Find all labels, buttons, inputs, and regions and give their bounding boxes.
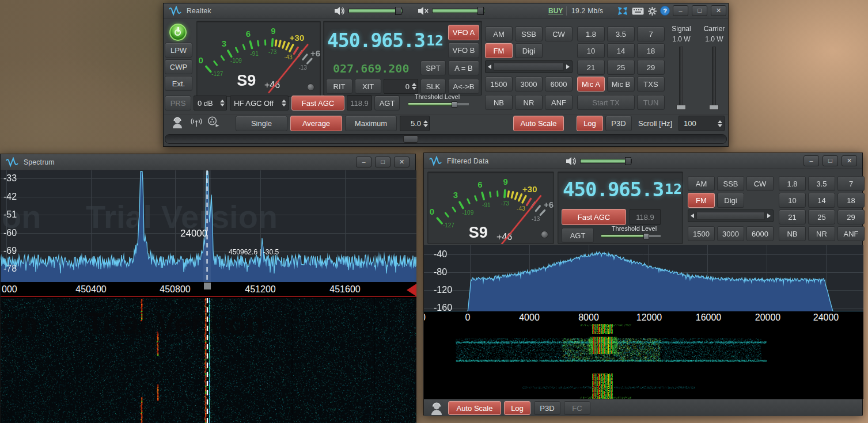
scroll-left-icon[interactable] bbox=[691, 214, 694, 218]
filter-scrollbar[interactable] bbox=[485, 60, 573, 73]
bw-6000-button[interactable]: 6000 bbox=[545, 77, 573, 92]
nb-button[interactable]: NB bbox=[779, 226, 806, 241]
averaging-spinner[interactable] bbox=[423, 120, 428, 127]
band-18-button[interactable]: 18 bbox=[637, 43, 665, 58]
signal-slider-handle[interactable] bbox=[676, 105, 686, 110]
bw-1500-button[interactable]: 1500 bbox=[688, 226, 715, 241]
band-25-button[interactable]: 25 bbox=[808, 209, 835, 224]
band-10-button[interactable]: 10 bbox=[779, 193, 806, 208]
display-average-button[interactable]: Average bbox=[290, 116, 342, 131]
headset-user-icon[interactable] bbox=[429, 402, 444, 415]
band-18-button[interactable]: 18 bbox=[837, 193, 865, 208]
main-titlebar[interactable]: Realtek BUY 19.2 Mb/s ? – □ ✕ bbox=[164, 3, 728, 18]
close-button[interactable]: ✕ bbox=[842, 155, 857, 166]
bw-1500-button[interactable]: 1500 bbox=[485, 77, 513, 92]
rit-button[interactable]: RIT bbox=[326, 79, 352, 94]
broadcast-antenna-icon[interactable] bbox=[190, 117, 203, 127]
s-meter-knob[interactable] bbox=[307, 83, 314, 91]
band-25-button[interactable]: 25 bbox=[607, 60, 635, 75]
p3d-button[interactable]: P3D bbox=[534, 401, 560, 415]
bw-3000-button[interactable]: 3000 bbox=[515, 77, 543, 92]
scroll-right-icon[interactable] bbox=[767, 214, 771, 218]
scroll-hz-spinner[interactable] bbox=[718, 120, 722, 127]
vfo-a-button[interactable]: VFO A bbox=[448, 25, 479, 40]
prs-button[interactable]: PRS bbox=[165, 96, 191, 110]
auto-scale-button[interactable]: Auto Scale bbox=[448, 401, 501, 415]
mute-volume-slider-handle[interactable] bbox=[477, 7, 484, 15]
carrier-slider-handle[interactable] bbox=[709, 105, 719, 110]
nb-button[interactable]: NB bbox=[485, 95, 513, 110]
band-3-5-button[interactable]: 3.5 bbox=[808, 176, 835, 191]
cwp-button[interactable]: CWP bbox=[165, 59, 192, 74]
main-frequency-display[interactable]: 450.965.3 bbox=[327, 29, 425, 52]
band-1-8-button[interactable]: 1.8 bbox=[779, 176, 806, 191]
averaging-field[interactable]: 5.0 bbox=[400, 116, 430, 131]
threshold-slider[interactable] bbox=[601, 233, 662, 239]
filter-scrollbar-handle[interactable] bbox=[696, 212, 765, 220]
buy-link[interactable]: BUY bbox=[548, 7, 563, 15]
anf-button[interactable]: ANF bbox=[545, 95, 573, 110]
maximize-button[interactable]: □ bbox=[822, 155, 838, 166]
band-7-button[interactable]: 7 bbox=[637, 26, 665, 41]
signal-slider[interactable] bbox=[679, 47, 683, 107]
display-maximum-button[interactable]: Maximum bbox=[345, 116, 397, 131]
filtered-frequency-display[interactable]: 450.965.3 bbox=[563, 178, 664, 201]
filter-scrollbar[interactable] bbox=[688, 209, 774, 222]
lpw-button[interactable]: LPW bbox=[165, 43, 192, 58]
nr-button[interactable]: NR bbox=[808, 226, 835, 241]
volume-slider-handle[interactable] bbox=[395, 7, 401, 15]
mic-a-button[interactable]: Mic A bbox=[577, 77, 605, 92]
speaker-icon[interactable] bbox=[334, 6, 346, 16]
mute-volume-slider[interactable] bbox=[432, 9, 485, 13]
recorder-reel-icon[interactable] bbox=[207, 116, 219, 127]
volume-slider-handle[interactable] bbox=[625, 157, 631, 165]
a-equals-b-button[interactable]: A = B bbox=[448, 60, 479, 75]
help-icon[interactable]: ? bbox=[660, 6, 670, 16]
spectrum-waterfall[interactable] bbox=[1, 298, 416, 423]
mode-am-button[interactable]: AM bbox=[688, 176, 715, 191]
agt-button[interactable]: AGT bbox=[374, 96, 400, 110]
keyboard-icon[interactable] bbox=[632, 7, 644, 15]
log-button[interactable]: Log bbox=[504, 401, 530, 415]
band-14-button[interactable]: 14 bbox=[607, 43, 635, 58]
maximize-button[interactable]: □ bbox=[692, 5, 707, 16]
txs-button[interactable]: TXS bbox=[637, 77, 665, 92]
filtered-frequency-display-small[interactable]: 12 bbox=[665, 181, 682, 197]
spectrum-frequency-scale[interactable]: 000 450400 450800 451200 451600 bbox=[1, 282, 416, 298]
power-button[interactable] bbox=[169, 24, 187, 41]
slk-button[interactable]: SLK bbox=[420, 79, 446, 94]
mode-ssb-button[interactable]: SSB bbox=[717, 176, 744, 191]
mode-cw-button[interactable]: CW bbox=[746, 176, 774, 191]
s-meter-knob[interactable] bbox=[541, 231, 548, 238]
log-button[interactable]: Log bbox=[577, 116, 603, 131]
collapse-panels-icon[interactable] bbox=[617, 6, 628, 16]
minimize-button[interactable]: – bbox=[673, 5, 688, 16]
volume-slider[interactable] bbox=[580, 159, 632, 163]
close-button[interactable]: ✕ bbox=[711, 5, 726, 16]
mode-fm-button[interactable]: FM bbox=[485, 43, 513, 58]
auto-scale-button[interactable]: Auto Scale bbox=[513, 116, 564, 131]
bw-6000-button[interactable]: 6000 bbox=[746, 226, 774, 241]
band-14-button[interactable]: 14 bbox=[808, 193, 835, 208]
threshold-slider-handle[interactable] bbox=[643, 233, 649, 239]
speaker-muted-icon[interactable] bbox=[418, 6, 429, 16]
fast-agc-button[interactable]: Fast AGC bbox=[291, 96, 344, 110]
band-1-8-button[interactable]: 1.8 bbox=[577, 26, 605, 41]
carrier-slider[interactable] bbox=[712, 47, 716, 107]
band-29-button[interactable]: 29 bbox=[637, 60, 665, 75]
band-29-button[interactable]: 29 bbox=[837, 209, 865, 224]
agc-value-field[interactable]: 118.9 bbox=[347, 96, 372, 110]
nr-button[interactable]: NR bbox=[515, 95, 543, 110]
xit-button[interactable]: XIT bbox=[355, 79, 381, 94]
spectrum-plot[interactable] bbox=[1, 170, 416, 282]
scroll-left-icon[interactable] bbox=[488, 64, 491, 69]
threshold-slider-handle[interactable] bbox=[452, 101, 457, 108]
mode-ssb-button[interactable]: SSB bbox=[515, 26, 543, 41]
vfo-b-button[interactable]: VFO B bbox=[448, 43, 479, 58]
maximize-button[interactable]: □ bbox=[375, 157, 391, 167]
filtered-frequency-scale[interactable]: 0 0 4000 8000 12000 16000 20000 24000 bbox=[424, 311, 863, 324]
close-button[interactable]: ✕ bbox=[394, 157, 410, 167]
attenuation-spinner[interactable] bbox=[220, 100, 225, 106]
volume-slider[interactable] bbox=[348, 9, 403, 13]
tuning-cursor-marker[interactable] bbox=[204, 283, 211, 289]
